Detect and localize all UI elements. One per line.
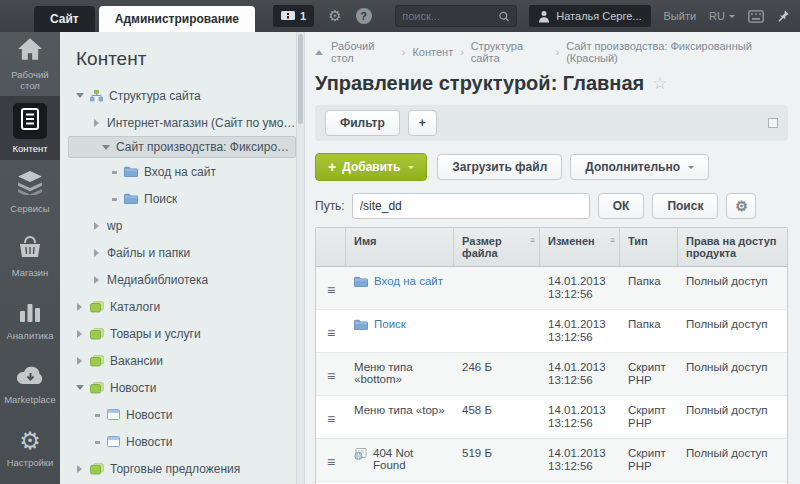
sidebar-item-desktop[interactable]: Рабочий стол — [0, 32, 60, 96]
cell-size: 246 Б — [454, 353, 540, 381]
search-icon — [498, 10, 510, 23]
tree-item-search-folder[interactable]: Поиск — [60, 185, 296, 212]
tree-item-site-login[interactable]: Вход на сайт — [60, 158, 296, 185]
row-menu-icon[interactable] — [327, 455, 335, 469]
tree-item-goods-services[interactable]: Товары и услуги — [60, 320, 296, 347]
table-row[interactable]: Меню типа «bottom» 246 Б 14.01.201313:12… — [316, 353, 787, 396]
pin-icon[interactable] — [776, 9, 790, 23]
filter-button[interactable]: Фильтр — [325, 110, 400, 136]
breadcrumb-up-icon[interactable] — [315, 46, 323, 55]
chevron-right-icon[interactable] — [74, 357, 86, 365]
tree-item-files-folders[interactable]: Файлы и папки — [60, 239, 296, 266]
scrollbar-thumb[interactable] — [298, 34, 303, 124]
cell-type: Папка — [620, 267, 678, 296]
help-icon[interactable]: ? — [356, 8, 372, 24]
hotkeys-icon[interactable] — [748, 10, 764, 23]
sidebar-item-shop[interactable]: Магазин — [0, 224, 60, 288]
gear-icon[interactable]: ⚙ — [328, 8, 341, 24]
tree-item-media-library[interactable]: Медиабиблиотека — [60, 266, 296, 293]
settings-gear-icon: ⚙ — [19, 429, 41, 453]
sidebar-item-content[interactable]: Контент — [0, 96, 60, 160]
chevron-right-icon[interactable] — [91, 119, 103, 127]
sort-icon[interactable] — [530, 235, 535, 245]
column-header-name[interactable]: Имя — [346, 228, 454, 266]
logout-link[interactable]: Выйти — [664, 10, 697, 22]
sort-icon[interactable] — [610, 235, 615, 245]
cell-access: Полный доступ — [678, 439, 787, 467]
tree-item-internet-shop[interactable]: Интернет-магазин (Сайт по умолчанию) — [60, 109, 296, 136]
ok-button[interactable]: ОК — [598, 193, 645, 219]
chevron-right-icon[interactable] — [91, 249, 103, 257]
upload-file-button[interactable]: Загрузить файл — [437, 154, 562, 180]
search-input[interactable] — [402, 10, 498, 22]
tree-item-site-structure[interactable]: Структура сайта — [60, 82, 296, 109]
top-bar: Сайт Администрирование 1 ⚙ ? Наталья Сер… — [0, 0, 800, 32]
chevron-right-icon[interactable] — [74, 465, 86, 473]
chevron-down-icon[interactable] — [100, 141, 112, 154]
breadcrumb: Рабочий стол Контент Структура сайта Сай… — [315, 40, 788, 64]
sidebar-item-label: Сервисы — [10, 203, 49, 214]
row-menu-icon[interactable] — [327, 283, 335, 297]
path-label: Путь: — [315, 199, 345, 213]
tree-item-vacancies[interactable]: Вакансии — [60, 347, 296, 374]
layers-icon — [17, 171, 43, 199]
chevron-right-icon[interactable] — [91, 222, 103, 230]
search-button[interactable]: Поиск — [652, 193, 718, 219]
sidebar-item-settings[interactable]: ⚙ Настройки — [0, 416, 60, 480]
add-filter-button[interactable]: + — [408, 110, 437, 136]
breadcrumb-item[interactable]: Рабочий стол — [331, 40, 395, 64]
table-row[interactable]: 404 Not Found 519 Б 14.01.201313:12:56 С… — [316, 439, 787, 482]
user-menu-button[interactable]: Наталья Серге... — [529, 5, 650, 27]
add-button[interactable]: Добавить — [315, 153, 427, 181]
language-selector[interactable]: RU — [709, 10, 735, 22]
file-table: Имя Размер файла Изменен Тип Права на до… — [315, 227, 788, 484]
notifications-button[interactable]: 1 — [273, 5, 314, 27]
tree-item-news[interactable]: Новости — [60, 374, 296, 401]
breadcrumb-item[interactable]: Структура сайта — [471, 40, 549, 64]
breadcrumb-separator — [402, 46, 406, 58]
tree-item-news-child[interactable]: Новости — [60, 428, 296, 455]
favorite-star-icon[interactable] — [652, 73, 667, 94]
chevron-down-icon[interactable] — [74, 381, 86, 394]
table-row[interactable]: Меню типа «top» 458 Б 14.01.201313:12:56… — [316, 396, 787, 439]
tab-administration[interactable]: Администрирование — [99, 6, 255, 32]
tree-panel-title: Контент — [60, 32, 296, 82]
chevron-down-icon[interactable] — [74, 89, 86, 102]
grid-settings-button[interactable]: ⚙ — [726, 193, 756, 219]
breadcrumb-item[interactable]: Контент — [412, 46, 453, 58]
collapse-panel-icon[interactable] — [768, 118, 778, 128]
row-menu-icon[interactable] — [327, 412, 335, 426]
tree-scrollbar[interactable] — [296, 32, 305, 484]
column-header-size[interactable]: Размер файла — [454, 228, 540, 266]
main-area: Рабочий стол Контент Структура сайта Сай… — [305, 32, 800, 484]
sidebar-item-analytics[interactable]: Аналитика — [0, 288, 60, 352]
table-row[interactable]: Вход на сайт 14.01.201313:12:56 Папка По… — [316, 267, 787, 310]
path-input[interactable] — [352, 193, 590, 219]
tree-item-wp[interactable]: wp — [60, 212, 296, 239]
cell-access: Полный доступ — [678, 310, 787, 338]
chevron-right-icon[interactable] — [74, 330, 86, 338]
tree-item-catalogs[interactable]: Каталоги — [60, 293, 296, 320]
path-row: Путь: ОК Поиск ⚙ — [315, 193, 788, 219]
row-menu-icon[interactable] — [327, 369, 335, 383]
file-link[interactable]: Вход на сайт — [374, 275, 443, 287]
more-button[interactable]: Дополнительно — [570, 154, 709, 180]
tab-site[interactable]: Сайт — [34, 6, 95, 32]
column-header-type[interactable]: Тип — [620, 228, 678, 266]
sidebar-item-label: Магазин — [12, 267, 49, 278]
chevron-right-icon[interactable] — [91, 276, 103, 284]
column-header-access[interactable]: Права на доступ продукта — [678, 228, 787, 266]
folder-icon — [124, 166, 138, 177]
tree-item-news-child[interactable]: Новости — [60, 401, 296, 428]
row-menu-icon[interactable] — [327, 326, 335, 340]
global-search[interactable] — [395, 5, 517, 27]
tree-item-production-site[interactable]: Сайт производства: Фиксированный (Красны… — [68, 136, 296, 158]
file-link[interactable]: Поиск — [374, 318, 406, 330]
breadcrumb-item[interactable]: Сайт производства: Фиксированный (Красны… — [566, 40, 788, 64]
chevron-right-icon[interactable] — [74, 303, 86, 311]
tree-item-trade-offers[interactable]: Торговые предложения — [60, 455, 296, 482]
sidebar-item-marketplace[interactable]: Marketplace — [0, 352, 60, 416]
column-header-modified[interactable]: Изменен — [540, 228, 620, 266]
table-row[interactable]: Поиск 14.01.201313:12:56 Папка Полный до… — [316, 310, 787, 353]
sidebar-item-services[interactable]: Сервисы — [0, 160, 60, 224]
